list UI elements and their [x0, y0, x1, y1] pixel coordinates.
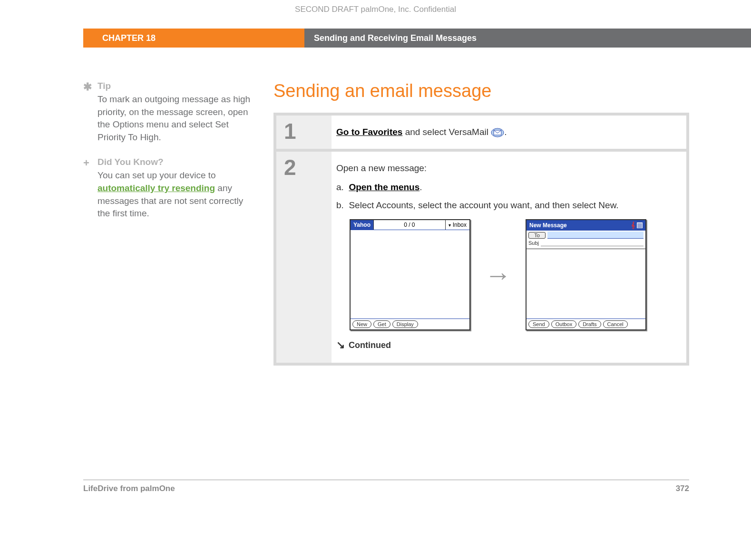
newmsg-btn-send: Send — [528, 320, 549, 328]
section-heading: Sending an email message — [273, 81, 689, 101]
account-label: Yahoo — [351, 221, 373, 229]
newmsg-fields: To Subj — [527, 231, 645, 248]
to-field — [547, 232, 644, 239]
page-number: 372 — [676, 484, 689, 493]
continued-label: Continued — [349, 340, 391, 350]
newmsg-btn-outbox: Outbox — [551, 320, 576, 328]
screenshots-row: Yahoo 0 / 0 Inbox New Get Display — [350, 219, 675, 330]
versamail-icon — [491, 128, 504, 137]
plus-icon: + — [83, 157, 98, 220]
step1-trail: . — [504, 127, 507, 137]
inbox-screenshot: Yahoo 0 / 0 Inbox New Get Display — [350, 219, 470, 330]
auto-resend-link[interactable]: automatically try resending — [98, 183, 215, 193]
dyk-heading: Did You Know? — [98, 157, 254, 167]
subj-label: Subj — [528, 240, 539, 246]
step-body: Go to Favorites and select VersaMail . — [332, 116, 686, 149]
arrow-right-icon: → — [485, 260, 511, 290]
newmsg-buttons: Send Outbox Drafts Cancel — [527, 319, 645, 329]
inbox-btn-get: Get — [373, 320, 390, 328]
step1-text: and select VersaMail — [402, 127, 491, 137]
compose-body — [527, 249, 645, 319]
header-spacer — [0, 29, 83, 48]
inbox-titlebar: Yahoo 0 / 0 Inbox — [351, 220, 469, 230]
subj-row: Subj — [528, 239, 644, 246]
substep-a-trail: . — [419, 182, 422, 192]
favorites-link[interactable]: Go to Favorites — [336, 127, 402, 137]
substep-b: b. Select Accounts, select the account y… — [336, 200, 675, 211]
chapter-title: Sending and Receiving Email Messages — [304, 29, 751, 48]
newmsg-btn-drafts: Drafts — [578, 320, 601, 328]
to-label: To — [528, 232, 546, 239]
substep-b-text: Select Accounts, select the account you … — [349, 200, 618, 210]
step-1: 1 Go to Favorites and select VersaMail . — [276, 116, 686, 149]
to-row: To — [528, 232, 644, 239]
tip-block: ✱ Tip To mark an outgoing message as hig… — [83, 81, 254, 144]
newmsg-btn-cancel: Cancel — [603, 320, 628, 328]
counter-label: 0 / 0 — [373, 220, 446, 230]
newmsg-titlebar: New Message 𝄞 — [527, 220, 645, 231]
tip-body: To mark an outgoing message as high prio… — [98, 93, 254, 144]
inbox-btn-new: New — [352, 320, 371, 328]
did-you-know-block: + Did You Know? You can set up your devi… — [83, 157, 254, 220]
inbox-buttons: New Get Display — [351, 319, 469, 329]
product-name: LifeDrive from palmOne — [83, 484, 175, 493]
footer: LifeDrive from palmOne 372 — [83, 480, 689, 493]
page: SECOND DRAFT palmOne, Inc. Confidential … — [0, 0, 751, 512]
step-number: 1 — [276, 116, 332, 149]
step-body: Open a new message: a. Open the menus. b… — [332, 149, 686, 363]
header-bar: CHAPTER 18 Sending and Receiving Email M… — [0, 29, 751, 48]
menu-icon — [637, 222, 643, 228]
dyk-body: You can set up your device to automatica… — [98, 169, 254, 220]
sidebar: ✱ Tip To mark an outgoing message as hig… — [83, 81, 273, 366]
substep-b-label: b. — [336, 200, 344, 210]
confidential-notice: SECOND DRAFT palmOne, Inc. Confidential — [0, 0, 751, 29]
substeps: a. Open the menus. b. Select Accounts, s… — [336, 182, 675, 211]
step-number: 2 — [276, 149, 332, 363]
asterisk-icon: ✱ — [83, 81, 98, 144]
inbox-body — [351, 230, 469, 319]
newmsg-title-label: New Message — [529, 222, 567, 229]
dyk-body-pre: You can set up your device to — [98, 170, 216, 180]
folder-label: Inbox — [446, 220, 469, 230]
subj-field — [541, 239, 644, 246]
inbox-btn-display: Display — [392, 320, 418, 328]
newmsg-title-icons: 𝄞 — [631, 222, 643, 229]
step2-intro: Open a new message: — [336, 163, 675, 174]
steps-box: 1 Go to Favorites and select VersaMail . — [273, 113, 689, 366]
chapter-label: CHAPTER 18 — [83, 29, 304, 48]
content-row: ✱ Tip To mark an outgoing message as hig… — [0, 81, 751, 366]
step-2: 2 Open a new message: a. Open the menus.… — [276, 149, 686, 363]
substep-a-label: a. — [336, 182, 344, 192]
open-menus-link[interactable]: Open the menus — [349, 182, 419, 192]
substep-a: a. Open the menus. — [336, 182, 675, 193]
paperclip-icon: 𝄞 — [631, 222, 635, 229]
tip-heading: Tip — [98, 81, 254, 91]
main-content: Sending an email message 1 Go to Favorit… — [273, 81, 689, 366]
newmsg-screenshot: New Message 𝄞 To — [526, 219, 646, 330]
continued-arrow-icon: ↘ — [336, 339, 345, 351]
continued-row: ↘ Continued — [336, 339, 675, 351]
